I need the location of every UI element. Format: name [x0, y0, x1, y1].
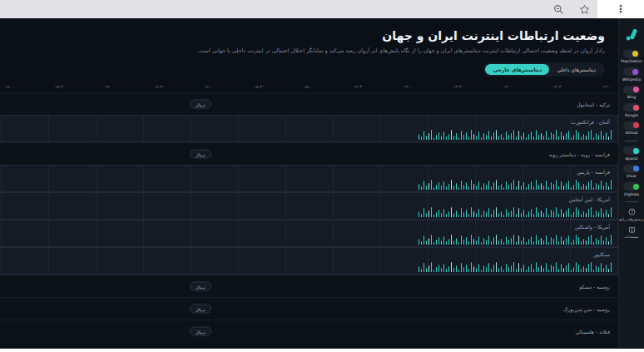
latency-tick	[501, 211, 502, 217]
latency-tick	[591, 130, 592, 140]
latency-tick	[586, 136, 587, 140]
latency-tick	[511, 265, 512, 272]
service-status-item[interactable]: Divar	[623, 165, 640, 179]
latency-tick	[453, 186, 454, 190]
latency-tick	[596, 265, 597, 272]
latency-tick	[563, 240, 564, 245]
latency-tick	[486, 185, 487, 190]
latency-tick	[513, 262, 514, 272]
latency-tick	[568, 181, 569, 190]
latency-tick	[498, 240, 499, 245]
latency-tick	[508, 185, 509, 190]
latency-tick	[458, 270, 459, 272]
latency-tick	[531, 236, 532, 245]
latency-tick	[538, 185, 539, 190]
status-badge: نرمال	[190, 305, 211, 314]
latency-tick	[536, 235, 537, 245]
service-status-item[interactable]: Github	[623, 121, 640, 136]
datacenter-row: ترکیه - استانبول نرمال	[0, 92, 618, 115]
bookmark-star-icon[interactable]	[579, 4, 590, 15]
service-status-pill	[623, 121, 640, 130]
latency-tick	[528, 184, 529, 190]
latency-tick	[531, 131, 532, 140]
browser-menu-icon[interactable]: ⋮	[616, 4, 626, 14]
latency-tick	[421, 241, 422, 245]
toggle-external-datacenters[interactable]: دیتاسنترهای خارجی	[485, 64, 549, 75]
latency-tick	[466, 265, 467, 272]
time-axis-label: ۱۴:۳۰	[354, 84, 364, 89]
latency-tick-chart	[419, 178, 613, 190]
arvancloud-logo-icon[interactable]	[625, 27, 639, 42]
latency-tick	[483, 211, 484, 217]
latency-tick	[438, 210, 439, 217]
latency-tick	[463, 212, 464, 217]
zoom-icon[interactable]	[553, 4, 564, 15]
latency-tick	[586, 268, 587, 272]
latency-tick	[556, 207, 557, 217]
latency-tick	[429, 211, 429, 217]
latency-tick	[419, 266, 419, 272]
service-status-item[interactable]: Google	[623, 103, 640, 117]
service-status-dot-icon	[633, 87, 639, 92]
latency-tick	[556, 130, 557, 140]
latency-tick	[533, 269, 534, 272]
latency-tick	[473, 134, 474, 140]
sidebar-link[interactable]: پرسش‌های رایج	[619, 208, 644, 221]
latency-tick	[506, 131, 507, 140]
latency-tick	[583, 184, 584, 190]
latency-tick	[578, 182, 579, 190]
latency-tick	[591, 180, 592, 190]
latency-tick	[598, 240, 599, 245]
latency-tick	[503, 270, 504, 272]
latency-tick	[548, 187, 549, 190]
latency-tick	[453, 136, 454, 140]
latency-tick-chart	[419, 128, 613, 140]
latency-tick	[461, 263, 462, 272]
latency-tick	[424, 181, 424, 190]
latency-tick	[561, 264, 562, 272]
latency-tick	[431, 207, 432, 217]
latency-tick	[441, 213, 442, 217]
service-status-item[interactable]: Aparat	[623, 146, 640, 161]
latency-tick	[583, 211, 584, 217]
latency-tick	[508, 135, 509, 140]
latency-tick	[521, 136, 522, 140]
service-status-item[interactable]: Wikipedia	[622, 67, 641, 82]
latency-tick	[498, 268, 499, 272]
latency-tick	[496, 235, 497, 245]
latency-tick	[528, 134, 529, 140]
latency-tick	[546, 263, 547, 272]
latency-tick	[573, 135, 574, 140]
status-badge: نرمال	[190, 150, 211, 159]
latency-tick	[591, 262, 592, 272]
latency-tick	[581, 214, 582, 217]
latency-tick	[516, 241, 517, 245]
service-status-item[interactable]: PlayStation	[621, 50, 642, 64]
latency-tick	[553, 266, 554, 272]
latency-tick	[491, 269, 492, 272]
time-axis-label: ۱۸:۰۰	[5, 84, 15, 89]
sidebar-link[interactable]: مستندات	[625, 226, 639, 240]
latency-tick	[543, 186, 544, 190]
service-status-pill	[623, 165, 640, 173]
latency-tick-chart	[419, 260, 613, 272]
latency-tick	[473, 266, 474, 272]
latency-tick	[491, 186, 492, 190]
service-status-item[interactable]: Bing	[623, 86, 640, 100]
latency-tick	[541, 238, 542, 245]
latency-tick	[608, 186, 609, 190]
latency-tick	[551, 265, 552, 272]
latency-tick	[446, 241, 447, 245]
latency-tick	[593, 187, 594, 190]
toggle-internal-datacenters[interactable]: دیتاسنترهای داخلی	[549, 64, 603, 75]
latency-tick	[506, 264, 507, 272]
latency-tick	[518, 181, 519, 190]
status-badge: نرمال	[190, 282, 211, 291]
latency-tick	[433, 242, 434, 245]
service-status-item[interactable]: Digikala	[623, 182, 640, 196]
latency-tick	[431, 235, 432, 245]
latency-tick	[601, 263, 602, 272]
time-axis-label: ۱۷:۰۰	[105, 84, 115, 89]
latency-tick	[463, 240, 464, 245]
latency-tick	[608, 241, 609, 245]
